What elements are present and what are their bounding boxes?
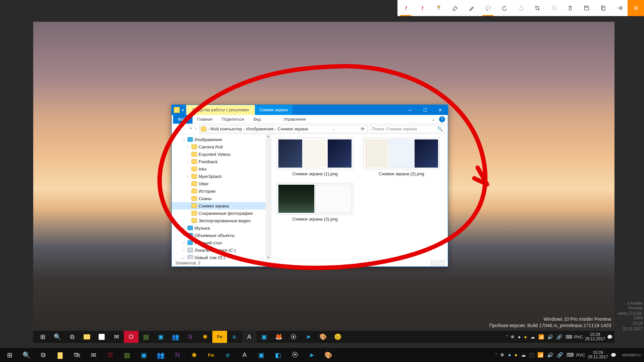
tree-exported-video[interactable]: Экспортированные видео	[172, 217, 271, 224]
close-button[interactable]: ✕	[433, 105, 448, 115]
nav-up-button[interactable]: ↑	[195, 126, 197, 131]
taskbar-slack[interactable]: ⦿	[286, 348, 303, 362]
tree-camera-roll[interactable]: ›Camera Roll	[172, 143, 271, 150]
language-indicator[interactable]: РУС	[577, 353, 585, 358]
tray-icon[interactable]: ❄	[511, 334, 515, 340]
pencil-tool[interactable]	[463, 0, 480, 16]
ribbon-collapse-toggle[interactable]: ⌄	[429, 117, 438, 122]
clock[interactable]: 15:29 29.11.2017	[588, 351, 608, 359]
nav-recent-button[interactable]: ▾	[190, 126, 192, 131]
taskbar-edge[interactable]: e	[219, 348, 236, 362]
search-button[interactable]: 🔍	[50, 331, 65, 343]
task-view-button[interactable]: ⧉	[65, 331, 79, 343]
tree-feedback[interactable]: ›Feedback	[172, 158, 271, 165]
help-button[interactable]: ?	[439, 116, 445, 122]
minimize-button[interactable]: ─	[402, 105, 418, 115]
save-button[interactable]	[578, 0, 595, 16]
tray-cloud-icon[interactable]: ☁	[530, 334, 535, 340]
clock[interactable]: 15:29 29.11.2017	[585, 333, 605, 341]
lasso-tool[interactable]	[480, 0, 496, 16]
refresh-button[interactable]: ⟳	[360, 126, 366, 131]
taskbar-fw[interactable]: Fw	[203, 348, 219, 362]
taskbar-opera[interactable]: O	[102, 348, 119, 362]
taskbar-edge[interactable]: e	[227, 331, 242, 343]
taskbar-telegram[interactable]: ➤	[303, 348, 320, 362]
redo-button[interactable]	[513, 0, 529, 16]
tree-screenshots[interactable]: Снимки экрана	[172, 202, 271, 209]
eraser-tool[interactable]	[447, 0, 463, 16]
tray-icon[interactable]: ●	[524, 334, 527, 340]
tray-volume-icon[interactable]: 🔊	[547, 334, 553, 340]
tree-local-c[interactable]: ›Локальный диск (C:)	[172, 246, 271, 254]
tray-icon[interactable]: 🔗	[557, 352, 563, 358]
tree-myersplash[interactable]: ›MyerSplash	[172, 173, 271, 180]
taskbar-store[interactable]	[94, 331, 109, 343]
taskbar-fw[interactable]: Fw	[212, 331, 227, 343]
tree-desktop[interactable]: ›Рабочий стол	[172, 239, 271, 246]
tab-manage[interactable]: Управление	[279, 115, 311, 124]
pen-tool-1[interactable]	[397, 0, 414, 16]
taskbar-telegram[interactable]: ➤	[301, 331, 316, 343]
history-button[interactable]	[545, 0, 562, 16]
taskbar-feed[interactable]: ▤	[139, 331, 153, 343]
taskbar-store[interactable]: 🛍	[68, 348, 85, 362]
taskbar-app[interactable]: 🦊	[271, 331, 286, 343]
crumb-pictures[interactable]: Изображения	[246, 126, 274, 131]
tree-history[interactable]: Истории	[172, 187, 271, 195]
tab-home[interactable]: Главная	[193, 115, 217, 124]
taskbar-people[interactable]: 👥	[168, 331, 183, 343]
file-item[interactable]: Снимок экрана (3).png	[277, 183, 353, 222]
title-bar[interactable]: ▾ Средства работы с рисунками Снимки экр…	[172, 105, 448, 115]
tree-viber[interactable]: Viber	[172, 180, 271, 187]
crumb-current[interactable]: Снимки экрана	[278, 126, 308, 131]
start-button[interactable]: ⊞	[35, 331, 50, 343]
copy-button[interactable]	[595, 0, 611, 16]
tray-network-icon[interactable]: 📶	[538, 334, 544, 340]
file-list[interactable]: Снимок экрана (1).png Снимок экрана (2).…	[271, 134, 448, 259]
tray-network-icon[interactable]: 📶	[537, 352, 544, 358]
taskbar-app[interactable]: 🎨	[320, 348, 337, 362]
tree-scans[interactable]: Сканы	[172, 195, 271, 202]
notification-center-button[interactable]: 💬	[607, 335, 612, 340]
taskbar-app-blue[interactable]: ▣	[153, 331, 168, 343]
system-tray[interactable]: ❄ ● ● ☁ 📶 🔊 🔗 ⌨	[511, 334, 572, 340]
tray-icon[interactable]: ❄	[500, 352, 504, 358]
tree-3d-objects[interactable]: ›Объемные объекты	[172, 232, 271, 239]
tray-icon[interactable]: ●	[518, 334, 521, 340]
tree-saved-photos[interactable]: Сохраненные фотографии	[172, 209, 271, 217]
tree-exported-videos[interactable]: Exported Videos	[172, 150, 271, 158]
taskbar-app[interactable]: ✺	[198, 331, 212, 343]
notification-center-button[interactable]: 💬	[611, 353, 616, 358]
start-button[interactable]: ⊞	[1, 348, 18, 362]
task-view-button[interactable]: ⧉	[35, 348, 52, 362]
crumb-root[interactable]: Мой компьютер	[210, 126, 242, 131]
tree-music[interactable]: ›Музыка	[172, 224, 271, 232]
tray-icon[interactable]: ⬚	[529, 352, 534, 358]
delete-button[interactable]	[562, 0, 578, 16]
pen-tool-2[interactable]	[414, 0, 430, 16]
taskbar-app[interactable]: ✺	[186, 348, 203, 362]
taskbar-slack[interactable]: ⦿	[286, 331, 301, 343]
highlighter-tool[interactable]	[430, 0, 447, 16]
taskbar-app-a[interactable]: A	[242, 331, 257, 343]
close-editor-button[interactable]: ✕	[628, 0, 644, 16]
taskbar-onenote[interactable]: N	[169, 348, 186, 362]
search-input[interactable]: Поиск: Снимки экрана 🔍	[370, 125, 445, 133]
undo-button[interactable]	[496, 0, 513, 16]
tray-icon[interactable]: 🔗	[556, 334, 562, 340]
language-indicator[interactable]: РУС	[574, 335, 583, 340]
taskbar-feed[interactable]: ▤	[119, 348, 136, 362]
tray-keyboard-icon[interactable]: ⌨	[567, 352, 574, 358]
taskbar-app[interactable]: ▣	[253, 348, 270, 362]
tree-inks[interactable]: Inks	[172, 165, 271, 173]
taskbar-app[interactable]: 😊	[330, 331, 345, 343]
search-button[interactable]: 🔍	[18, 348, 35, 362]
crop-tool[interactable]	[529, 0, 545, 16]
taskbar-explorer[interactable]: ▇	[52, 348, 68, 362]
tray-chevron[interactable]: ˄	[506, 335, 508, 340]
file-item[interactable]: Снимок экрана (2).png	[363, 138, 440, 176]
taskbar-app[interactable]: ▣	[257, 331, 271, 343]
tray-cloud-icon[interactable]: ☁	[521, 352, 526, 358]
taskbar-app[interactable]: 🎨	[316, 331, 330, 343]
tray-icon[interactable]: ●	[514, 352, 517, 358]
